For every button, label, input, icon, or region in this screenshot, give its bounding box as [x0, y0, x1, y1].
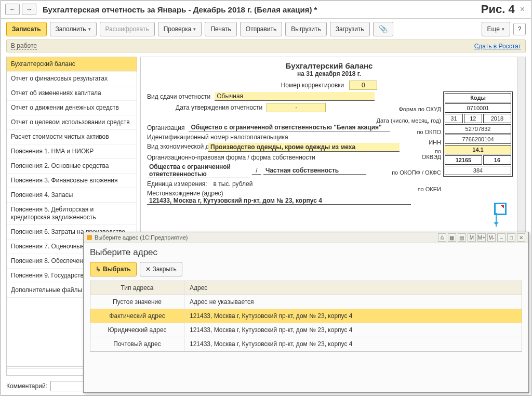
help-button[interactable]: ? [513, 23, 526, 35]
okei-label: по ОКЕИ [418, 186, 441, 192]
close-icon[interactable]: × [518, 5, 527, 14]
mem-mplus-button[interactable]: M+ [477, 233, 486, 242]
sidebar-item[interactable]: Расчет стоимости чистых активов [7, 130, 137, 144]
write-button[interactable]: Записать [6, 22, 47, 36]
sidebar-item[interactable]: Пояснения 1. НМА и НИОКР [7, 144, 137, 159]
submit-link[interactable]: Сдать в Росстат [474, 43, 521, 50]
address-dialog: Выберите адрес (1С:Предприятие) ⎙ ▦ ▤ M … [83, 232, 529, 393]
inn-code: 7766200104 [445, 135, 511, 144]
okei-code: 384 [445, 166, 511, 175]
unit-label: Единица измерения: [147, 180, 207, 188]
toolbar: Записать Заполнить▾ Расшифровать Проверк… [1, 19, 531, 39]
unit-value: в тыс. рублей [214, 180, 253, 188]
ownership-field: Частная собственность [263, 167, 366, 175]
sidebar-item[interactable]: Бухгалтерский баланс [7, 57, 137, 72]
activity-field[interactable]: Производство одежды, кроме одежды из мех… [208, 143, 400, 152]
attach-button[interactable]: 📎 [373, 22, 393, 36]
fill-button[interactable]: Заполнить▾ [50, 22, 97, 36]
titlebar: ← → Бухгалтерская отчетность за Январь -… [1, 1, 531, 19]
dialog-window-title: Выберите адрес (1С:Предприятие) [95, 234, 188, 241]
sidebar-item[interactable]: Пояснения 2. Основные средства [7, 159, 137, 174]
page-title: Бухгалтерская отчетность за Январь - Дек… [43, 5, 481, 14]
address-label: Местонахождение (адрес) [147, 190, 511, 197]
date-label: Дата (число, месяц, год) [376, 117, 441, 124]
mem-m-button[interactable]: M [468, 233, 476, 242]
nav-forward-button[interactable]: → [22, 4, 36, 15]
dialog-close-icon[interactable]: ✕ [517, 233, 525, 242]
mem-mminus-button[interactable]: M- [487, 233, 496, 242]
opf-label: Организационно-правовая форма / форма со… [147, 154, 315, 161]
close-button[interactable]: ✕Закрыть [140, 262, 182, 276]
opf-form-field: Общества с ограниченной ответственностью [147, 163, 250, 178]
address-row[interactable]: Фактический адрес121433, Москва г, Кутуз… [90, 309, 522, 323]
address-row[interactable]: Почтовый адрес121433, Москва г, Кутузовс… [90, 337, 522, 351]
decode-button[interactable]: Расшифровать [100, 22, 155, 36]
okpo-label: по ОКПО [417, 129, 441, 135]
activity-label: Вид экономической деятельности [147, 143, 204, 150]
comment-label: Комментарий: [6, 382, 47, 390]
report-type-field[interactable]: Обычная [215, 92, 375, 101]
sidebar-item[interactable]: Отчет об изменениях капитала [7, 86, 137, 101]
x-icon: ✕ [145, 266, 151, 273]
export-button[interactable]: Выгрузить [285, 22, 327, 36]
check-button[interactable]: Проверка▾ [158, 22, 202, 36]
col-address[interactable]: Адрес [184, 281, 212, 295]
report-type-label: Вид сдачи отчетности [147, 93, 210, 100]
calc-icon[interactable]: ▤ [458, 233, 466, 242]
address-table: Тип адреса Адрес Пустое значениеАдрес не… [90, 281, 522, 352]
chevron-down-icon: ▾ [502, 27, 504, 32]
chevron-down-icon: ▾ [88, 27, 91, 32]
col-type[interactable]: Тип адреса [90, 281, 184, 295]
correction-label: Номер корректировки [281, 82, 344, 89]
organization-label: Организация [147, 124, 184, 131]
okud-code: 0710001 [445, 103, 511, 113]
okopf-label: по ОКОПФ / ОКФС [392, 169, 441, 176]
organization-field[interactable]: Общество с ограниченной ответственностью… [189, 124, 390, 131]
dialog-title: Выберите адрес [84, 243, 528, 262]
figure-label: Рис. 4 [481, 3, 515, 16]
nav-back-button[interactable]: ← [5, 4, 20, 15]
inn-right-label: ИНН [429, 139, 441, 145]
doc-date: на 31 декабря 2018 г. [147, 70, 511, 77]
sidebar-item[interactable]: Пояснения 3. Финансовые вложения [7, 174, 137, 188]
address-row[interactable]: Юридический адрес121433, Москва г, Кутуз… [90, 323, 522, 337]
okud-label: Форма по ОКУД [399, 106, 442, 112]
dialog-maximize-icon[interactable]: □ [507, 233, 515, 242]
print-button[interactable]: Печать [205, 22, 236, 36]
approval-date-label: Дата утверждения отчетности [176, 104, 262, 111]
sidebar-item[interactable]: Пояснения 4. Запасы [7, 188, 137, 203]
approval-date-field[interactable]: - [267, 103, 326, 112]
correction-field[interactable]: 0 [349, 81, 377, 90]
address-field[interactable]: 121433, Москва г, Кутузовский пр-кт, дом… [147, 197, 411, 205]
send-button[interactable]: Отправить [240, 22, 283, 36]
dialog-minimize-icon[interactable]: – [497, 233, 506, 242]
check-icon: ↳ [96, 266, 101, 273]
edit-address-icon[interactable] [494, 203, 507, 215]
doc-title: Бухгалтерский баланс [147, 61, 511, 70]
dialog-titlebar: Выберите адрес (1С:Предприятие) ⎙ ▦ ▤ M … [84, 232, 528, 243]
address-row[interactable]: Пустое значениеАдрес не указывается [90, 295, 522, 309]
okved-code[interactable]: 14.1 [445, 145, 511, 154]
status-state[interactable]: В работе [11, 42, 37, 50]
select-button[interactable]: ↳Выбрать [90, 262, 137, 276]
print-icon[interactable]: ⎙ [438, 233, 446, 242]
sidebar-item[interactable]: Отчет о движении денежных средств [7, 101, 137, 115]
codes-table: Коды 0710001 31122018 52707832 776620010… [443, 91, 513, 177]
more-button[interactable]: Еще▾ [482, 22, 510, 36]
status-bar: В работе Сдать в Росстат [6, 39, 526, 52]
sidebar-item[interactable]: Отчет о финансовых результатах [7, 72, 137, 86]
chevron-down-icon: ▾ [193, 27, 196, 32]
inn-label: Идентификационный номер налогоплательщик… [147, 134, 288, 141]
sidebar-item[interactable]: Пояснения 5. Дебиторская и кредиторская … [7, 203, 137, 225]
import-button[interactable]: Загрузить [330, 22, 370, 36]
sidebar-item[interactable]: Отчет о целевом использовании средств [7, 115, 137, 130]
okpo-code: 52707832 [445, 124, 511, 134]
app-icon [87, 235, 92, 240]
calendar-icon[interactable]: ▦ [448, 233, 456, 242]
paperclip-icon: 📎 [379, 25, 388, 33]
